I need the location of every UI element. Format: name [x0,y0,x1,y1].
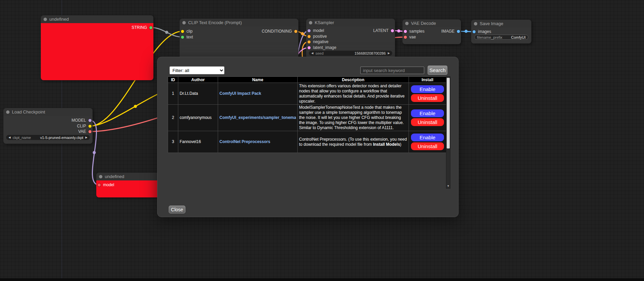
slot-label: MODEL [71,118,86,123]
collapse-dot[interactable] [474,22,477,25]
node-header[interactable]: Save Image [471,20,531,28]
collapse-dot[interactable] [182,21,186,24]
seed-widget[interactable]: ◀ seed 156680208700286 ▶ [309,51,392,56]
input-dot-model[interactable] [98,183,101,187]
input-dot-negative[interactable] [308,40,311,43]
input-dot-latent-image[interactable] [308,46,311,49]
node-header[interactable]: undefined [41,15,153,23]
slot-label: positive [313,34,327,39]
input-dot-positive[interactable] [308,35,311,38]
output-dot-vae[interactable] [88,130,92,133]
node-header[interactable]: undefined [96,173,160,180]
slot-label: samples [409,29,425,34]
cell-author: Dr.Lt.Data [178,83,218,105]
enable-button[interactable]: Enable [411,85,444,93]
output-dot-conditioning[interactable] [294,30,297,33]
node-body: model [96,180,160,197]
collapse-dot[interactable] [309,21,312,24]
node-title: Load Checkpoint [12,109,45,115]
enable-button[interactable]: Enable [411,134,444,141]
node-vae-decode[interactable]: VAE Decode samples vae IMAGE [402,19,461,44]
node-header[interactable]: CLIP Text Encode (Prompt) [180,19,298,27]
close-button[interactable]: Close [169,206,185,213]
link-midpoint-dot [134,105,137,108]
node-save-image[interactable]: Save Image images filename_prefix ComfyU… [471,20,531,43]
search-input[interactable] [360,67,424,74]
cell-description: ControlNet Preprocessors. (To use this e… [298,131,409,153]
node-canvas[interactable]: undefined STRING CLIP Text Encode (Promp… [0,0,644,281]
input-dot-images[interactable] [473,30,476,33]
filename-prefix-widget[interactable]: filename_prefix ComfyUI [474,35,528,40]
node-title: Save Image [480,21,503,26]
description-text: ) [400,142,401,147]
extension-link[interactable]: ControlNet Preprocessors [219,139,296,144]
uninstall-button[interactable]: Uninstall [411,94,444,102]
output-dot-clip[interactable] [88,125,92,128]
stepper-left-icon[interactable]: ◀ [311,52,313,55]
widget-label: seed [315,51,324,55]
input-slot-positive: positive [308,34,327,39]
node-header[interactable]: VAE Decode [402,19,461,27]
slot-label: images [478,29,491,34]
input-slot-images: images [473,29,491,34]
scrollbar-track[interactable]: ▼ [446,76,450,189]
stepper-right-icon[interactable]: ▶ [85,136,87,139]
input-slot-text: text [181,35,193,39]
input-dot-samples[interactable] [404,30,407,33]
collapse-dot[interactable] [44,18,47,21]
enable-button[interactable]: Enable [411,109,444,117]
input-dot-clip[interactable] [181,30,184,33]
scrollbar-thumb[interactable] [447,78,450,148]
output-dot-model[interactable] [88,119,92,122]
output-slot-model: MODEL [71,118,92,123]
table-row: 3 Fannovel16 ControlNet Preprocessors Co… [168,131,446,153]
output-slot-string: STRING [132,25,152,30]
node-header[interactable]: KSampler [306,19,395,27]
extension-link[interactable]: ComfyUI Impact Pack [219,91,296,96]
canvas-bottom-edge [0,278,644,281]
cell-install: Enable Uninstall [409,105,446,131]
node-title: undefined [49,17,69,22]
input-dot-vae[interactable] [404,36,407,39]
input-slot-model: model [98,182,114,187]
cell-description: ModelSamplerTonemapNoiseTest a node that… [298,105,409,131]
uninstall-button[interactable]: Uninstall [411,118,444,126]
output-dot-string[interactable] [149,26,152,29]
node-body: images filename_prefix ComfyUI [471,28,531,43]
stepper-right-icon[interactable]: ▶ [388,52,390,55]
output-slot-conditioning: CONDITIONING [262,29,297,34]
table-row: 1 Dr.Lt.Data ComfyUI Impact Pack This ex… [168,83,446,105]
node-load-checkpoint[interactable]: Load Checkpoint MODEL CLIP VAE ◀ ckpt_na… [3,108,93,144]
output-dot-latent[interactable] [391,29,394,32]
output-slot-latent: LATENT [373,28,394,33]
ckpt-name-widget[interactable]: ◀ ckpt_name v1-5-pruned-emaonly.ckpt ▶ [6,135,90,140]
output-dot-image[interactable] [457,30,460,33]
input-dot-model[interactable] [308,29,311,32]
search-button[interactable]: Search [428,66,447,75]
input-slot-vae: vae [404,35,416,39]
node-undefined-model[interactable]: undefined model [96,173,160,197]
extension-link[interactable]: ComfyUI_experiments/sampler_tonemap [219,115,296,120]
header-name: Name [218,77,298,83]
cell-name: ComfyUI Impact Pack [218,83,298,105]
cell-name: ComfyUI_experiments/sampler_tonemap [218,105,298,131]
uninstall-button[interactable]: Uninstall [411,142,444,150]
output-slot-vae: VAE [78,129,92,134]
stepper-left-icon[interactable]: ◀ [9,136,11,139]
node-body: clip text CONDITIONING [180,27,298,59]
node-body: samples vae IMAGE [402,27,461,44]
filter-select[interactable]: Filter: all [169,66,225,74]
collapse-dot[interactable] [6,110,10,114]
input-dot-text[interactable] [181,36,184,39]
scroll-down-arrow-icon[interactable]: ▼ [446,185,450,188]
node-undefined-string[interactable]: undefined STRING [41,15,153,80]
collapse-dot[interactable] [405,22,409,25]
slot-label: STRING [132,25,147,30]
table-row: 2 comfyanonymous ComfyUI_experiments/sam… [168,105,446,131]
node-clip-text-encode[interactable]: CLIP Text Encode (Prompt) clip text COND… [180,19,298,59]
node-header[interactable]: Load Checkpoint [3,108,93,116]
node-ksampler[interactable]: KSampler model positive negative latent_… [306,19,395,58]
slot-label: CONDITIONING [262,29,292,34]
node-body: model positive negative latent_image LAT… [306,27,395,58]
collapse-dot[interactable] [99,175,102,178]
